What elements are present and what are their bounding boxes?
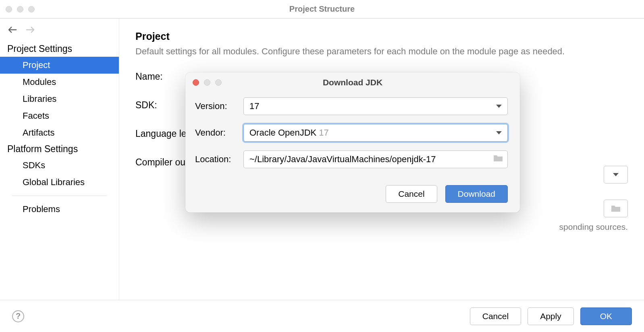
location-value: ~/Library/Java/JavaVirtualMachines/openj… [249,154,436,165]
titlebar: Project Structure [0,0,644,19]
close-icon[interactable] [6,6,12,12]
minimize-icon [204,79,210,86]
arrow-right-icon [26,26,35,33]
location-label: Location: [195,154,243,165]
location-row: Location: ~/Library/Java/JavaVirtualMach… [195,151,508,168]
compiler-output-hint: sponding sources. [559,222,628,232]
sidebar-heading-project-settings: Project Settings [0,41,119,57]
sidebar-item-sdks[interactable]: SDKs [0,157,119,174]
vendor-row: Vendor: Oracle OpenJDK 17 [195,124,508,142]
chevron-down-icon [496,131,502,134]
sidebar-item-libraries[interactable]: Libraries [0,91,119,107]
sidebar-heading-platform-settings: Platform Settings [0,141,119,157]
download-button[interactable]: Download [445,185,508,203]
cancel-button[interactable]: Cancel [470,307,521,325]
maximize-icon [215,79,222,86]
sidebar-item-artifacts[interactable]: Artifacts [0,124,119,141]
vendor-label: Vendor: [195,128,243,138]
version-combobox[interactable]: 17 [243,97,508,115]
version-value: 17 [249,101,259,111]
arrow-left-icon [8,26,17,33]
folder-icon [611,204,621,212]
close-icon[interactable] [193,79,199,86]
sidebar-list: Project Settings Project Modules Librari… [0,41,119,218]
vendor-combobox[interactable]: Oracle OpenJDK 17 [243,124,508,142]
page-subtitle: Default settings for all modules. Config… [135,46,628,57]
modal-title: Download JDK [323,78,382,87]
apply-button[interactable]: Apply [528,307,574,325]
nav-arrows [0,24,119,41]
sidebar-item-problems[interactable]: Problems [0,201,119,218]
sidebar-item-global-libraries[interactable]: Global Libraries [0,174,119,191]
chevron-down-icon [613,173,619,176]
sidebar-divider [12,196,107,196]
modal-cancel-button[interactable]: Cancel [386,185,437,203]
window-title: Project Structure [289,4,355,14]
location-input[interactable]: ~/Library/Java/JavaVirtualMachines/openj… [243,151,508,168]
forward-button[interactable] [25,26,35,34]
sidebar: Project Settings Project Modules Librari… [0,19,119,300]
vendor-value: Oracle OpenJDK [249,128,316,138]
maximize-icon[interactable] [28,6,35,12]
sidebar-item-project[interactable]: Project [0,57,119,74]
ok-button[interactable]: OK [580,307,632,325]
sidebar-item-facets[interactable]: Facets [0,107,119,124]
browse-button[interactable] [493,154,503,165]
minimize-icon[interactable] [17,6,23,12]
footer: ? Cancel Apply OK [0,300,644,332]
folder-icon [493,154,503,162]
modal-window-controls [193,79,222,86]
download-jdk-dialog: Download JDK Version: 17 Vendor: Oracle … [185,72,520,212]
version-label: Version: [195,101,243,111]
window-controls [6,6,35,12]
modal-buttons: Cancel Download [185,181,520,203]
vendor-version-suffix: 17 [319,128,328,138]
sidebar-item-modules[interactable]: Modules [0,74,119,91]
modal-titlebar: Download JDK [185,72,520,93]
help-button[interactable]: ? [12,310,24,322]
compiler-output-browse[interactable] [604,200,628,217]
chevron-down-icon [496,105,502,108]
back-button[interactable] [7,26,18,34]
page-title: Project [135,31,628,42]
language-level-dropdown[interactable] [604,166,628,184]
version-row: Version: 17 [195,97,508,115]
modal-form: Version: 17 Vendor: Oracle OpenJDK 17 Lo… [185,93,520,181]
